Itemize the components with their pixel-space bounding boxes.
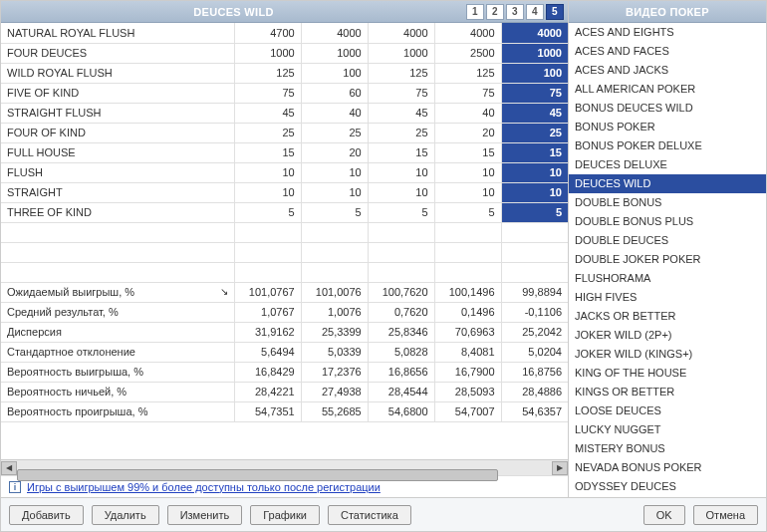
list-item[interactable]: KINGS OR BETTER [569, 383, 766, 401]
cell [501, 262, 568, 282]
cell: 28,4544 [368, 382, 434, 401]
cell: 1000 [368, 43, 434, 63]
list-item[interactable]: LUCKY NUGGET [569, 420, 766, 439]
cell: 4000 [301, 23, 368, 43]
cell: 16,8656 [368, 362, 434, 382]
cell: 100 [501, 63, 568, 83]
cell: 5,6494 [234, 342, 301, 362]
cell: 1,0767 [234, 302, 301, 322]
cell [368, 242, 434, 262]
list-item[interactable]: ALL AMERICAN POKER [569, 80, 766, 99]
cell: 10 [368, 162, 434, 182]
list-item[interactable]: ACES AND FACES [569, 42, 766, 61]
cell: -0,1106 [501, 302, 568, 322]
charts-button[interactable]: Графики [250, 505, 320, 525]
list-item[interactable]: DOUBLE BONUS PLUS [569, 212, 766, 231]
cell: 20 [434, 123, 501, 142]
paytable-header: DEUCES WILD 12345 [1, 1, 568, 23]
coin-tab-5[interactable]: 5 [546, 4, 564, 20]
list-item[interactable]: LOOSE DEUCES [569, 401, 766, 420]
cell: 5 [501, 202, 568, 222]
row-label: FIVE OF KIND [1, 83, 234, 103]
cell: 16,8429 [234, 362, 301, 382]
row-label: FLUSH [1, 162, 234, 182]
row-label: Стандартное отклонение [1, 342, 234, 362]
cell: 45 [501, 103, 568, 123]
cell: 75 [234, 83, 301, 103]
cell: 1000 [501, 43, 568, 63]
list-item[interactable]: ODYSSEY DEUCES [569, 477, 766, 496]
table-row [1, 242, 568, 262]
list-item[interactable]: ACES AND JACKS [569, 61, 766, 80]
row-label: FOUR OF KIND [1, 123, 234, 142]
horizontal-scrollbar[interactable]: ◀ ▶ [1, 459, 568, 475]
cancel-button[interactable]: Отмена [693, 505, 758, 525]
list-item[interactable]: BONUS POKER DELUXE [569, 136, 766, 155]
paytable-panel: DEUCES WILD 12345 NATURAL ROYAL FLUSH470… [1, 1, 569, 497]
coin-tab-1[interactable]: 1 [466, 4, 484, 20]
row-label: WILD ROYAL FLUSH [1, 63, 234, 83]
coin-tab-3[interactable]: 3 [506, 4, 524, 20]
cell [301, 222, 368, 242]
info-link[interactable]: Игры с выигрышем 99% и более доступны то… [27, 481, 381, 493]
list-item[interactable]: MISTERY BONUS [569, 439, 766, 458]
cell: 54,6357 [501, 401, 568, 421]
cell [501, 222, 568, 242]
row-label: NATURAL ROYAL FLUSH [1, 23, 234, 43]
table-row [1, 222, 568, 242]
list-item[interactable]: DOUBLE BONUS [569, 193, 766, 212]
list-item[interactable]: DOUBLE JOKER POKER [569, 250, 766, 269]
list-item[interactable]: DEUCES WILD [569, 174, 766, 193]
list-item[interactable]: FLUSHORAMA [569, 269, 766, 288]
sort-arrow-icon: ↘ [220, 286, 228, 297]
scroll-right-icon[interactable]: ▶ [552, 461, 568, 475]
list-item[interactable]: JACKS OR BETTER [569, 307, 766, 326]
cell: 100,1496 [434, 282, 501, 302]
list-item[interactable]: BONUS POKER [569, 118, 766, 136]
cell: 54,7007 [434, 401, 501, 421]
cell: 101,0767 [234, 282, 301, 302]
cell: 1000 [301, 43, 368, 63]
row-label [1, 222, 234, 242]
list-item[interactable]: KING OF THE HOUSE [569, 364, 766, 383]
cell: 25,8346 [368, 322, 434, 342]
list-item[interactable]: NEVADA BONUS POKER [569, 458, 766, 477]
list-item[interactable]: BONUS DEUCES WILD [569, 99, 766, 118]
coin-tab-2[interactable]: 2 [486, 4, 504, 20]
table-row: FLUSH1010101010 [1, 162, 568, 182]
coin-tab-4[interactable]: 4 [526, 4, 544, 20]
scroll-left-icon[interactable]: ◀ [1, 461, 17, 475]
list-item[interactable]: ACES AND EIGHTS [569, 23, 766, 42]
cell: 5 [434, 202, 501, 222]
stats-button[interactable]: Статистика [328, 505, 411, 525]
cell: 17,2376 [301, 362, 368, 382]
row-label: FOUR DEUCES [1, 43, 234, 63]
list-item[interactable]: DEUCES DELUXE [569, 155, 766, 174]
list-item[interactable]: JOKER WILD (2P+) [569, 326, 766, 345]
edit-button[interactable]: Изменить [167, 505, 243, 525]
scroll-thumb[interactable] [17, 469, 498, 481]
delete-button[interactable]: Удалить [92, 505, 159, 525]
cell [368, 222, 434, 242]
add-button[interactable]: Добавить [9, 505, 84, 525]
info-icon: i [9, 481, 21, 493]
list-item[interactable]: HIGH FIVES [569, 288, 766, 307]
table-row: Вероятность проигрыша, %54,735155,268554… [1, 401, 568, 421]
cell: 54,7351 [234, 401, 301, 421]
cell: 70,6963 [434, 322, 501, 342]
row-label: Ожидаемый выигрыш, %↘ [1, 282, 234, 302]
table-row [1, 262, 568, 282]
table-row: FOUR OF KIND2525252025 [1, 123, 568, 142]
cell [501, 242, 568, 262]
list-item[interactable]: DOUBLE DEUCES [569, 231, 766, 250]
coin-tabs: 12345 [466, 4, 568, 20]
pay-scroll[interactable]: NATURAL ROYAL FLUSH47004000400040004000F… [1, 23, 568, 459]
ok-button[interactable]: OK [643, 505, 685, 525]
list-item[interactable]: JOKER WILD (KINGS+) [569, 345, 766, 364]
row-label: Средний результат, % [1, 302, 234, 322]
cell: 25 [368, 123, 434, 142]
cell: 10 [301, 182, 368, 202]
cell: 2500 [434, 43, 501, 63]
game-list[interactable]: ACES AND EIGHTSACES AND FACESACES AND JA… [569, 23, 766, 497]
cell: 15 [501, 142, 568, 162]
